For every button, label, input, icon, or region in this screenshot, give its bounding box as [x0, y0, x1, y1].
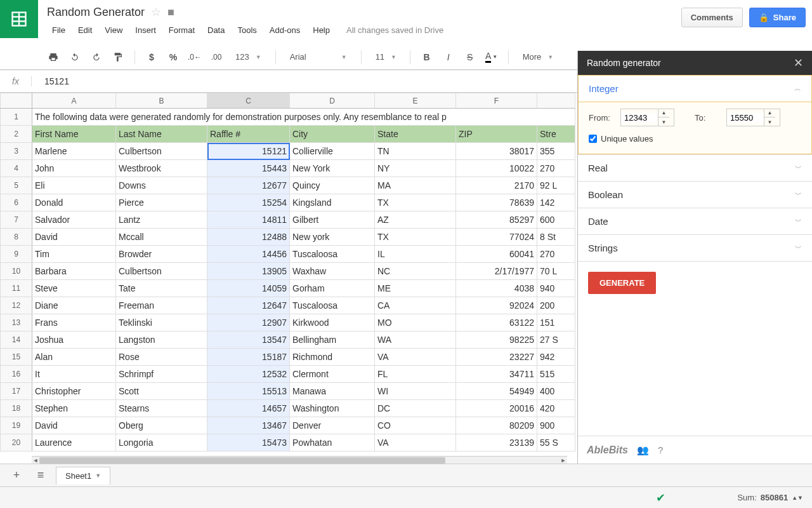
cell[interactable]: Tate — [116, 280, 207, 297]
cell[interactable]: Freeman — [116, 297, 207, 314]
cell[interactable]: 270 — [537, 160, 575, 177]
row-header[interactable]: 20 — [1, 434, 32, 451]
cell[interactable]: 20016 — [456, 400, 537, 417]
cell[interactable]: Joshua — [32, 331, 116, 349]
cell[interactable]: TX — [375, 194, 456, 211]
menu-tools[interactable]: Tools — [232, 24, 261, 36]
cell[interactable]: Denver — [290, 417, 375, 434]
cell[interactable]: 14456 — [207, 246, 290, 263]
row-header[interactable]: 8 — [1, 229, 32, 246]
menu-help[interactable]: Help — [308, 24, 335, 36]
number-format-dropdown[interactable]: 123 ▼ — [229, 48, 268, 66]
cell[interactable]: 270 — [537, 246, 575, 263]
col-header-b[interactable]: B — [116, 93, 207, 109]
cell[interactable]: 27 S — [537, 331, 575, 349]
row-header[interactable]: 19 — [1, 417, 32, 434]
cell[interactable]: Steve — [32, 280, 116, 297]
cell[interactable]: 2/17/1977 — [456, 263, 537, 280]
font-dropdown[interactable]: Arial▼ — [284, 48, 353, 66]
col-header-d[interactable]: D — [290, 93, 375, 109]
cell[interactable]: 70 L — [537, 263, 575, 280]
cell[interactable]: 355 — [537, 143, 575, 160]
cell[interactable]: 515 — [537, 366, 575, 383]
cell[interactable]: FL — [375, 366, 456, 383]
cell[interactable]: Raffle # — [207, 126, 290, 143]
cell[interactable]: WA — [375, 331, 456, 349]
cell[interactable]: NY — [375, 160, 456, 177]
cell[interactable]: First Name — [32, 126, 116, 143]
section-boolean[interactable]: Boolean﹀ — [578, 182, 812, 208]
cell[interactable]: ME — [375, 280, 456, 297]
cell[interactable]: 900 — [537, 417, 575, 434]
scroll-right-icon[interactable]: ► — [560, 457, 567, 464]
col-header-e[interactable]: E — [375, 93, 456, 109]
cell[interactable]: Salvador — [32, 211, 116, 229]
cell[interactable]: Clermont — [290, 366, 375, 383]
cell[interactable]: 12532 — [207, 366, 290, 383]
cell[interactable]: 92024 — [456, 297, 537, 314]
scroll-thumb[interactable] — [39, 457, 445, 464]
currency-icon[interactable]: $ — [143, 48, 160, 66]
cell[interactable]: State — [375, 126, 456, 143]
cell[interactable]: 54949 — [456, 383, 537, 400]
app-logo[interactable] — [0, 0, 38, 38]
cell[interactable]: Stearns — [116, 400, 207, 417]
cell[interactable]: Alan — [32, 349, 116, 366]
cell[interactable]: Schrimpf — [116, 366, 207, 383]
menu-file[interactable]: File — [47, 24, 70, 36]
inc-decimal-icon[interactable]: .00 — [207, 48, 225, 66]
formula-bar[interactable]: 15121 — [32, 76, 69, 86]
cell[interactable]: 15513 — [207, 383, 290, 400]
cell[interactable]: David — [32, 229, 116, 246]
cell[interactable]: 14059 — [207, 280, 290, 297]
cell[interactable]: Lantz — [116, 211, 207, 229]
cell[interactable]: Teklinski — [116, 314, 207, 331]
cell[interactable]: Quincy — [290, 177, 375, 194]
cell[interactable]: 12907 — [207, 314, 290, 331]
more-dropdown[interactable]: More▼ — [516, 48, 560, 66]
cell[interactable]: 85297 — [456, 211, 537, 229]
close-icon[interactable]: ✕ — [794, 56, 803, 70]
cell[interactable]: 200 — [537, 297, 575, 314]
cell[interactable]: 13547 — [207, 331, 290, 349]
cell[interactable]: Donald — [32, 194, 116, 211]
cell[interactable]: City — [290, 126, 375, 143]
cell[interactable]: WI — [375, 383, 456, 400]
cell[interactable]: MO — [375, 314, 456, 331]
cell[interactable]: Last Name — [116, 126, 207, 143]
strikethrough-icon[interactable]: S — [461, 48, 479, 66]
cell[interactable]: Gorham — [290, 280, 375, 297]
cell[interactable]: Kirkwood — [290, 314, 375, 331]
cell[interactable]: 60041 — [456, 246, 537, 263]
cell[interactable]: Marlene — [32, 143, 116, 160]
row-header[interactable]: 5 — [1, 177, 32, 194]
row-header[interactable]: 2 — [1, 126, 32, 143]
spinner-down-icon[interactable]: ▼ — [764, 117, 775, 126]
row-header[interactable]: 4 — [1, 160, 32, 177]
cell[interactable]: John — [32, 160, 116, 177]
row-header[interactable]: 3 — [1, 143, 32, 160]
percent-icon[interactable]: % — [164, 48, 182, 66]
cell[interactable]: VA — [375, 349, 456, 366]
cell[interactable]: TX — [375, 229, 456, 246]
cell[interactable]: Stre — [537, 126, 575, 143]
cell[interactable]: Langston — [116, 331, 207, 349]
cell[interactable]: Barbara — [32, 263, 116, 280]
cell[interactable]: 600 — [537, 211, 575, 229]
font-size-dropdown[interactable]: 11▼ — [369, 48, 402, 66]
row-header[interactable]: 16 — [1, 366, 32, 383]
sum-display[interactable]: Sum: 850861 ▲▼ — [737, 493, 803, 502]
cell[interactable]: 77024 — [456, 229, 537, 246]
to-input[interactable]: ▲▼ — [726, 109, 780, 126]
generate-button[interactable]: GENERATE — [588, 272, 656, 294]
cell[interactable]: 38017 — [456, 143, 537, 160]
bold-icon[interactable]: B — [418, 48, 436, 66]
cell[interactable]: 8 St — [537, 229, 575, 246]
cell[interactable]: 10022 — [456, 160, 537, 177]
menu-edit[interactable]: Edit — [73, 24, 97, 36]
menu-data[interactable]: Data — [202, 24, 230, 36]
cell[interactable]: Tuscaloosa — [290, 246, 375, 263]
cell[interactable]: 15254 — [207, 194, 290, 211]
row-header[interactable]: 11 — [1, 280, 32, 297]
cell[interactable]: 34711 — [456, 366, 537, 383]
